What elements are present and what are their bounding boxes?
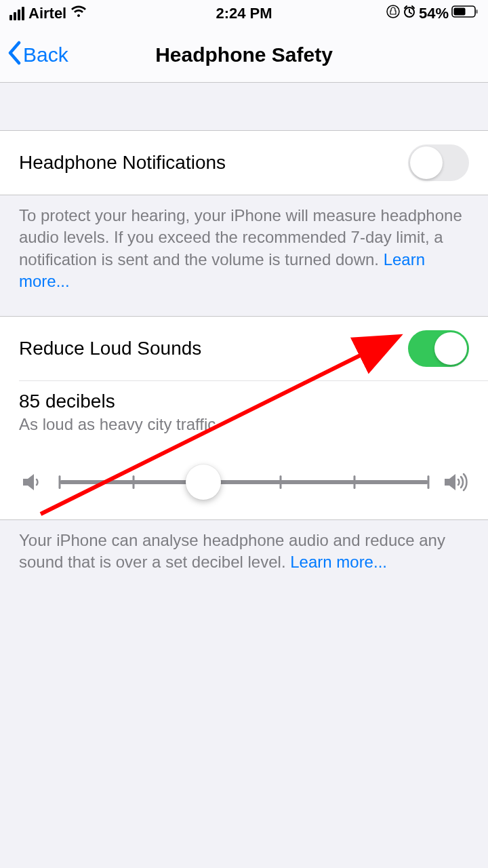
svg-rect-4 <box>476 9 478 14</box>
back-button[interactable]: Back <box>7 41 68 69</box>
headphone-notifications-switch[interactable] <box>408 144 469 181</box>
svg-rect-3 <box>454 8 466 16</box>
reduce-loud-sounds-row[interactable]: Reduce Loud Sounds <box>0 317 488 380</box>
reduce-loud-sounds-footer: Your iPhone can analyse headphone audio … <box>0 520 488 597</box>
slider-thumb[interactable] <box>186 465 221 500</box>
carrier-label: Airtel <box>28 5 66 22</box>
reduce-loud-sounds-label: Reduce Loud Sounds <box>19 338 201 359</box>
volume-high-icon <box>442 469 469 496</box>
decibel-caption: As loud as heavy city traffic <box>19 415 469 434</box>
back-label: Back <box>23 43 68 66</box>
orientation-lock-icon <box>386 5 400 22</box>
status-bar: Airtel 2:24 PM 54% <box>0 0 488 27</box>
reduce-loud-sounds-group: Reduce Loud Sounds 85 decibels As loud a… <box>0 316 488 520</box>
wifi-icon <box>70 5 87 22</box>
reduce-loud-sounds-learn-more-link[interactable]: Learn more... <box>290 553 387 571</box>
volume-low-icon <box>19 469 46 496</box>
decibel-value: 85 decibels <box>19 391 469 412</box>
page-title: Headphone Safety <box>155 43 333 66</box>
alarm-icon <box>403 5 416 22</box>
headphone-notifications-label: Headphone Notifications <box>19 152 226 174</box>
decibel-readout: 85 decibels As loud as heavy city traffi… <box>0 381 488 434</box>
headphone-notifications-group: Headphone Notifications <box>0 130 488 195</box>
status-time: 2:24 PM <box>216 5 272 22</box>
headphone-notifications-row[interactable]: Headphone Notifications <box>0 131 488 195</box>
battery-percent: 54% <box>419 5 449 22</box>
decibel-slider[interactable] <box>60 465 428 499</box>
nav-bar: Back Headphone Safety <box>0 27 488 83</box>
status-left: Airtel <box>9 5 87 22</box>
cellular-signal-icon <box>9 7 24 20</box>
reduce-loud-sounds-switch[interactable] <box>408 330 469 367</box>
decibel-slider-row <box>0 434 488 519</box>
chevron-left-icon <box>7 41 22 69</box>
headphone-notifications-footer: To protect your hearing, your iPhone wil… <box>0 195 488 316</box>
status-right: 54% <box>386 5 479 22</box>
battery-icon <box>451 5 479 22</box>
